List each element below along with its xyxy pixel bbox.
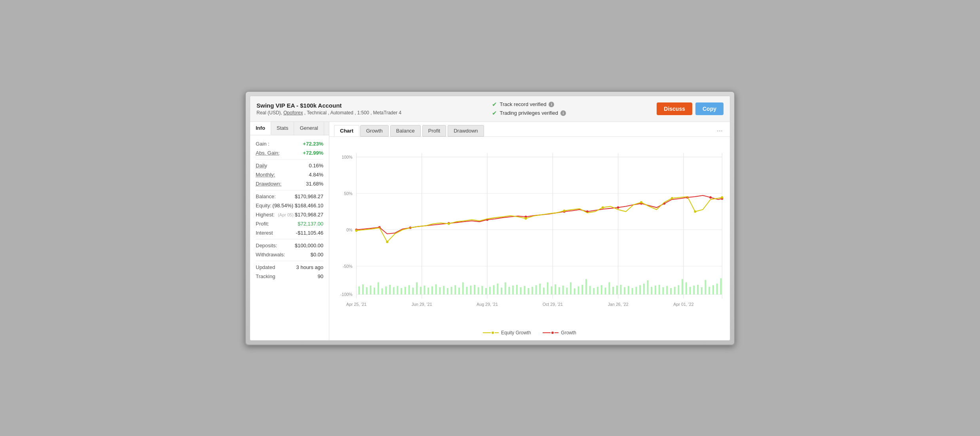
svg-rect-38 bbox=[439, 287, 441, 294]
svg-rect-90 bbox=[639, 285, 641, 294]
balance-label: Balance: bbox=[256, 193, 276, 199]
more-options-button[interactable]: ··· bbox=[714, 127, 725, 135]
svg-rect-105 bbox=[697, 284, 699, 294]
svg-point-130 bbox=[563, 209, 566, 212]
header-left: Swing VIP EA - $100k Account Real (USD),… bbox=[256, 102, 401, 116]
svg-rect-69 bbox=[558, 287, 560, 294]
svg-point-127 bbox=[386, 241, 388, 243]
svg-rect-78 bbox=[593, 288, 594, 294]
svg-rect-47 bbox=[474, 284, 475, 294]
svg-rect-72 bbox=[570, 282, 572, 294]
chart-tab-growth[interactable]: Growth bbox=[360, 125, 389, 136]
svg-rect-26 bbox=[393, 287, 395, 294]
svg-rect-21 bbox=[374, 287, 375, 294]
withdrawals-label: Withdrawals: bbox=[256, 252, 285, 258]
copy-button[interactable]: Copy bbox=[695, 102, 724, 115]
svg-rect-40 bbox=[447, 288, 448, 294]
interest-value: -$11,105.46 bbox=[296, 230, 323, 236]
svg-rect-83 bbox=[612, 286, 614, 294]
svg-rect-76 bbox=[585, 279, 587, 294]
gain-row: Gain : +72.23% bbox=[256, 139, 323, 148]
svg-rect-74 bbox=[578, 286, 579, 294]
svg-point-132 bbox=[640, 201, 642, 203]
svg-rect-104 bbox=[693, 285, 695, 294]
page-subtitle: Real (USD), Opoforex , Technical , Autom… bbox=[256, 110, 401, 116]
outer-frame: Swing VIP EA - $100k Account Real (USD),… bbox=[245, 91, 735, 345]
daily-row: Daily 0.16% bbox=[256, 159, 323, 170]
svg-rect-41 bbox=[451, 286, 452, 294]
deposits-value: $100,000.00 bbox=[295, 243, 323, 248]
svg-rect-107 bbox=[705, 280, 707, 294]
svg-rect-39 bbox=[443, 286, 444, 294]
drawdown-label: Drawdown: bbox=[256, 181, 281, 187]
growth-label: Growth bbox=[561, 330, 576, 336]
svg-rect-53 bbox=[497, 283, 498, 294]
inner-card: Swing VIP EA - $100k Account Real (USD),… bbox=[250, 96, 730, 341]
svg-rect-111 bbox=[720, 278, 722, 294]
chart-legend: Equity Growth Growth bbox=[329, 327, 730, 340]
updated-label: Updated bbox=[256, 264, 275, 270]
equity-growth-label: Equity Growth bbox=[501, 330, 531, 336]
svg-rect-29 bbox=[405, 286, 406, 294]
svg-rect-58 bbox=[516, 284, 518, 294]
tab-stats[interactable]: Stats bbox=[271, 122, 294, 135]
chart-tab-drawdown[interactable]: Drawdown bbox=[448, 125, 484, 136]
chart-tab-profit[interactable]: Profit bbox=[422, 125, 446, 136]
info-icon-2[interactable]: i bbox=[560, 110, 566, 116]
svg-text:Apr 01, '22: Apr 01, '22 bbox=[673, 301, 693, 306]
svg-rect-86 bbox=[624, 287, 625, 294]
svg-text:50%: 50% bbox=[344, 191, 353, 195]
svg-rect-110 bbox=[716, 283, 718, 294]
svg-rect-98 bbox=[670, 288, 672, 294]
svg-rect-49 bbox=[481, 286, 483, 294]
page-title: Swing VIP EA - $100k Account bbox=[256, 102, 401, 109]
chart-svg: 100% 50% 0% -50% -100% bbox=[333, 141, 726, 327]
svg-point-134 bbox=[694, 210, 696, 212]
svg-rect-57 bbox=[512, 285, 514, 294]
chart-tab-chart[interactable]: Chart bbox=[334, 125, 359, 136]
svg-rect-92 bbox=[647, 280, 649, 294]
equity-growth-legend: Equity Growth bbox=[483, 330, 531, 336]
interest-row: Interest -$11,105.46 bbox=[256, 228, 323, 237]
chart-tab-balance[interactable]: Balance bbox=[390, 125, 421, 136]
tracking-value: 90 bbox=[318, 273, 323, 279]
svg-rect-56 bbox=[509, 286, 510, 294]
svg-point-133 bbox=[671, 197, 673, 199]
svg-rect-91 bbox=[643, 283, 645, 294]
svg-rect-85 bbox=[620, 284, 622, 294]
svg-rect-93 bbox=[651, 286, 652, 294]
stats-section: Gain : +72.23% Abs. Gain: +72.99% Daily … bbox=[250, 135, 329, 285]
svg-rect-37 bbox=[435, 284, 437, 294]
info-icon-1[interactable]: i bbox=[549, 102, 554, 107]
svg-rect-102 bbox=[686, 282, 687, 294]
svg-rect-106 bbox=[701, 287, 703, 294]
svg-rect-89 bbox=[635, 286, 637, 294]
svg-rect-101 bbox=[682, 279, 683, 294]
balance-row: Balance: $170,968.27 bbox=[256, 190, 323, 201]
abs-gain-row: Abs. Gain: +72.99% bbox=[256, 148, 323, 157]
svg-rect-59 bbox=[520, 287, 522, 294]
svg-text:Jan 26, '22: Jan 26, '22 bbox=[608, 301, 629, 306]
tab-info[interactable]: Info bbox=[250, 122, 271, 135]
svg-rect-35 bbox=[427, 287, 429, 294]
equity-growth-line bbox=[356, 197, 722, 242]
svg-rect-52 bbox=[493, 285, 495, 294]
track-record-badge: ✔ Track record verified i bbox=[492, 101, 566, 108]
tab-general[interactable]: General bbox=[294, 122, 324, 135]
svg-point-135 bbox=[721, 196, 723, 198]
deposits-label: Deposits: bbox=[256, 243, 277, 248]
svg-point-129 bbox=[524, 217, 527, 220]
svg-point-126 bbox=[355, 229, 357, 231]
svg-rect-84 bbox=[616, 285, 618, 294]
svg-rect-94 bbox=[655, 285, 656, 294]
svg-rect-46 bbox=[470, 285, 471, 294]
svg-rect-66 bbox=[547, 282, 549, 294]
svg-text:-50%: -50% bbox=[343, 263, 353, 268]
svg-text:-100%: -100% bbox=[340, 292, 353, 297]
svg-rect-99 bbox=[674, 286, 676, 294]
broker-link[interactable]: Opoforex bbox=[283, 110, 303, 116]
chart-tab-bar: Chart Growth Balance Profit Drawdown ··· bbox=[329, 122, 730, 137]
discuss-button[interactable]: Discuss bbox=[657, 102, 692, 115]
profit-value: $72,137.00 bbox=[298, 221, 323, 227]
svg-rect-51 bbox=[489, 286, 491, 294]
